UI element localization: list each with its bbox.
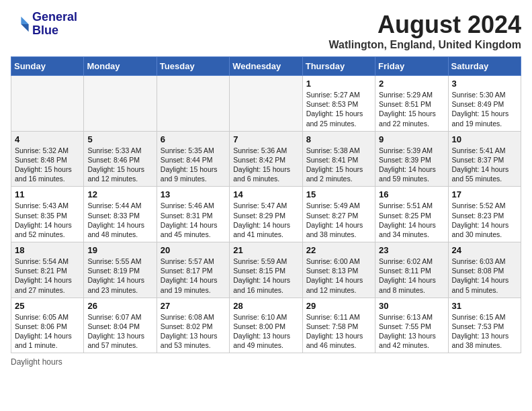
location: Watlington, England, United Kingdom bbox=[329, 39, 521, 51]
day-number: 31 bbox=[452, 301, 517, 311]
day-number: 22 bbox=[306, 245, 371, 255]
day-number: 26 bbox=[87, 301, 152, 311]
day-number: 24 bbox=[452, 245, 517, 255]
calendar-cell: 7Sunrise: 5:36 AM Sunset: 8:42 PM Daylig… bbox=[230, 131, 302, 187]
col-header-thursday: Thursday bbox=[302, 57, 375, 76]
day-number: 1 bbox=[306, 79, 371, 89]
day-number: 21 bbox=[233, 245, 298, 255]
calendar-cell: 31Sunrise: 6:15 AM Sunset: 7:53 PM Dayli… bbox=[448, 298, 521, 353]
day-info: Sunrise: 6:05 AM Sunset: 8:06 PM Dayligh… bbox=[15, 312, 80, 351]
day-info: Sunrise: 5:36 AM Sunset: 8:42 PM Dayligh… bbox=[233, 146, 298, 184]
calendar-cell: 18Sunrise: 5:54 AM Sunset: 8:21 PM Dayli… bbox=[11, 242, 84, 298]
calendar-cell: 21Sunrise: 5:59 AM Sunset: 8:15 PM Dayli… bbox=[230, 242, 302, 298]
day-number: 3 bbox=[452, 79, 517, 89]
calendar-cell: 3Sunrise: 5:30 AM Sunset: 8:49 PM Daylig… bbox=[448, 76, 521, 132]
day-info: Sunrise: 5:49 AM Sunset: 8:27 PM Dayligh… bbox=[306, 201, 371, 239]
day-info: Sunrise: 5:27 AM Sunset: 8:53 PM Dayligh… bbox=[306, 90, 371, 128]
day-info: Sunrise: 5:44 AM Sunset: 8:33 PM Dayligh… bbox=[87, 201, 152, 239]
calendar-cell: 1Sunrise: 5:27 AM Sunset: 8:53 PM Daylig… bbox=[302, 76, 375, 132]
day-number: 2 bbox=[379, 79, 444, 89]
day-info: Sunrise: 5:38 AM Sunset: 8:41 PM Dayligh… bbox=[306, 146, 371, 184]
day-number: 10 bbox=[452, 134, 517, 144]
calendar-cell: 26Sunrise: 6:07 AM Sunset: 8:04 PM Dayli… bbox=[84, 298, 157, 353]
calendar-cell: 15Sunrise: 5:49 AM Sunset: 8:27 PM Dayli… bbox=[302, 187, 375, 242]
calendar-cell bbox=[230, 76, 302, 132]
day-number: 8 bbox=[306, 134, 371, 144]
day-number: 6 bbox=[161, 134, 226, 144]
day-number: 30 bbox=[379, 301, 444, 311]
day-info: Sunrise: 6:07 AM Sunset: 8:04 PM Dayligh… bbox=[87, 312, 152, 351]
week-row-3: 11Sunrise: 5:43 AM Sunset: 8:35 PM Dayli… bbox=[11, 187, 521, 242]
day-info: Sunrise: 6:10 AM Sunset: 8:00 PM Dayligh… bbox=[233, 312, 298, 351]
calendar-cell: 17Sunrise: 5:52 AM Sunset: 8:23 PM Dayli… bbox=[448, 187, 521, 242]
day-info: Sunrise: 5:55 AM Sunset: 8:19 PM Dayligh… bbox=[87, 257, 152, 295]
day-info: Sunrise: 5:43 AM Sunset: 8:35 PM Dayligh… bbox=[15, 201, 80, 239]
day-info: Sunrise: 6:00 AM Sunset: 8:13 PM Dayligh… bbox=[306, 257, 371, 295]
day-info: Sunrise: 5:57 AM Sunset: 8:17 PM Dayligh… bbox=[161, 257, 226, 295]
calendar-cell: 10Sunrise: 5:41 AM Sunset: 8:37 PM Dayli… bbox=[448, 131, 521, 187]
day-info: Sunrise: 5:39 AM Sunset: 8:39 PM Dayligh… bbox=[379, 146, 444, 184]
day-number: 14 bbox=[233, 189, 298, 199]
calendar-cell: 28Sunrise: 6:10 AM Sunset: 8:00 PM Dayli… bbox=[230, 298, 302, 353]
day-info: Sunrise: 6:11 AM Sunset: 7:58 PM Dayligh… bbox=[306, 312, 371, 351]
calendar-cell: 9Sunrise: 5:39 AM Sunset: 8:39 PM Daylig… bbox=[375, 131, 448, 187]
day-number: 29 bbox=[306, 301, 371, 311]
col-header-saturday: Saturday bbox=[448, 57, 521, 76]
calendar-cell: 30Sunrise: 6:13 AM Sunset: 7:55 PM Dayli… bbox=[375, 298, 448, 353]
logo: General Blue bbox=[11, 11, 77, 38]
calendar-cell: 12Sunrise: 5:44 AM Sunset: 8:33 PM Dayli… bbox=[84, 187, 157, 242]
day-info: Sunrise: 5:29 AM Sunset: 8:51 PM Dayligh… bbox=[379, 90, 444, 128]
day-number: 15 bbox=[306, 189, 371, 199]
title-section: August 2024 Watlington, England, United … bbox=[329, 11, 521, 51]
day-info: Sunrise: 5:32 AM Sunset: 8:48 PM Dayligh… bbox=[15, 146, 80, 184]
week-row-5: 25Sunrise: 6:05 AM Sunset: 8:06 PM Dayli… bbox=[11, 298, 521, 353]
calendar-cell: 2Sunrise: 5:29 AM Sunset: 8:51 PM Daylig… bbox=[375, 76, 448, 132]
week-row-1: 1Sunrise: 5:27 AM Sunset: 8:53 PM Daylig… bbox=[11, 76, 521, 132]
calendar-cell: 5Sunrise: 5:33 AM Sunset: 8:46 PM Daylig… bbox=[84, 131, 157, 187]
calendar-cell: 29Sunrise: 6:11 AM Sunset: 7:58 PM Dayli… bbox=[302, 298, 375, 353]
day-info: Sunrise: 5:35 AM Sunset: 8:44 PM Dayligh… bbox=[161, 146, 226, 184]
day-info: Sunrise: 5:30 AM Sunset: 8:49 PM Dayligh… bbox=[452, 90, 517, 128]
day-number: 27 bbox=[161, 301, 226, 311]
day-info: Sunrise: 5:33 AM Sunset: 8:46 PM Dayligh… bbox=[87, 146, 152, 184]
calendar-cell: 27Sunrise: 6:08 AM Sunset: 8:02 PM Dayli… bbox=[157, 298, 229, 353]
day-number: 7 bbox=[233, 134, 298, 144]
week-row-4: 18Sunrise: 5:54 AM Sunset: 8:21 PM Dayli… bbox=[11, 242, 521, 298]
day-info: Sunrise: 6:03 AM Sunset: 8:08 PM Dayligh… bbox=[452, 257, 517, 295]
day-info: Sunrise: 6:15 AM Sunset: 7:53 PM Dayligh… bbox=[452, 312, 517, 351]
calendar-cell bbox=[84, 76, 157, 132]
day-number: 9 bbox=[379, 134, 444, 144]
day-number: 5 bbox=[87, 134, 152, 144]
day-number: 18 bbox=[15, 245, 80, 255]
day-number: 17 bbox=[452, 189, 517, 199]
day-info: Sunrise: 5:59 AM Sunset: 8:15 PM Dayligh… bbox=[233, 257, 298, 295]
calendar-cell: 16Sunrise: 5:51 AM Sunset: 8:25 PM Dayli… bbox=[375, 187, 448, 242]
calendar-cell: 13Sunrise: 5:46 AM Sunset: 8:31 PM Dayli… bbox=[157, 187, 229, 242]
day-info: Sunrise: 5:41 AM Sunset: 8:37 PM Dayligh… bbox=[452, 146, 517, 184]
col-header-friday: Friday bbox=[375, 57, 448, 76]
day-number: 16 bbox=[379, 189, 444, 199]
day-info: Sunrise: 5:52 AM Sunset: 8:23 PM Dayligh… bbox=[452, 201, 517, 239]
day-info: Sunrise: 5:51 AM Sunset: 8:25 PM Dayligh… bbox=[379, 201, 444, 239]
day-number: 28 bbox=[233, 301, 298, 311]
day-info: Sunrise: 5:46 AM Sunset: 8:31 PM Dayligh… bbox=[161, 201, 226, 239]
calendar-cell bbox=[157, 76, 229, 132]
calendar-cell: 20Sunrise: 5:57 AM Sunset: 8:17 PM Dayli… bbox=[157, 242, 229, 298]
calendar-cell: 4Sunrise: 5:32 AM Sunset: 8:48 PM Daylig… bbox=[11, 131, 84, 187]
day-info: Sunrise: 5:47 AM Sunset: 8:29 PM Dayligh… bbox=[233, 201, 298, 239]
day-info: Sunrise: 6:02 AM Sunset: 8:11 PM Dayligh… bbox=[379, 257, 444, 295]
day-info: Sunrise: 6:13 AM Sunset: 7:55 PM Dayligh… bbox=[379, 312, 444, 351]
svg-marker-0 bbox=[21, 17, 28, 24]
header: General Blue August 2024 Watlington, Eng… bbox=[11, 11, 521, 51]
calendar-cell: 6Sunrise: 5:35 AM Sunset: 8:44 PM Daylig… bbox=[157, 131, 229, 187]
col-header-sunday: Sunday bbox=[11, 57, 84, 76]
day-number: 25 bbox=[15, 301, 80, 311]
day-info: Sunrise: 6:08 AM Sunset: 8:02 PM Dayligh… bbox=[161, 312, 226, 351]
calendar-cell: 23Sunrise: 6:02 AM Sunset: 8:11 PM Dayli… bbox=[375, 242, 448, 298]
day-number: 13 bbox=[161, 189, 226, 199]
col-header-tuesday: Tuesday bbox=[157, 57, 229, 76]
calendar-cell: 24Sunrise: 6:03 AM Sunset: 8:08 PM Dayli… bbox=[448, 242, 521, 298]
calendar-cell: 11Sunrise: 5:43 AM Sunset: 8:35 PM Dayli… bbox=[11, 187, 84, 242]
calendar-cell bbox=[11, 76, 84, 132]
day-number: 11 bbox=[15, 189, 80, 199]
